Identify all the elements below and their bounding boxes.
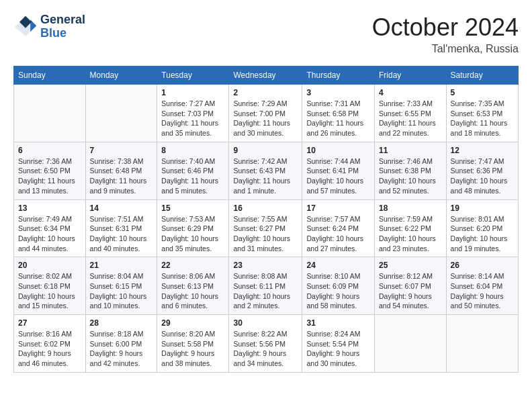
day-info: Sunrise: 8:16 AMSunset: 6:02 PMDaylight:… xyxy=(18,329,81,369)
calendar-cell: 3Sunrise: 7:31 AMSunset: 6:58 PMDaylight… xyxy=(302,85,375,142)
day-info: Sunrise: 8:14 AMSunset: 6:04 PMDaylight:… xyxy=(451,271,514,311)
calendar-cell: 1Sunrise: 7:27 AMSunset: 7:03 PMDaylight… xyxy=(157,85,229,142)
day-number: 21 xyxy=(90,261,153,270)
calendar: SundayMondayTuesdayWednesdayThursdayFrid… xyxy=(13,66,519,373)
day-number: 15 xyxy=(161,203,224,213)
title-block: October 2024 Tal'menka, Russia xyxy=(372,13,519,55)
day-info: Sunrise: 8:12 AMSunset: 6:07 PMDaylight:… xyxy=(379,271,442,311)
calendar-header: SundayMondayTuesdayWednesdayThursdayFrid… xyxy=(14,66,519,85)
day-number: 28 xyxy=(90,318,153,328)
weekday-header-friday: Friday xyxy=(375,66,447,85)
calendar-cell: 27Sunrise: 8:16 AMSunset: 6:02 PMDayligh… xyxy=(14,315,86,373)
day-number: 6 xyxy=(18,146,81,155)
day-info: Sunrise: 7:47 AMSunset: 6:36 PMDaylight:… xyxy=(451,156,514,196)
weekday-header-monday: Monday xyxy=(85,66,157,85)
day-number: 2 xyxy=(233,88,298,97)
day-info: Sunrise: 7:27 AMSunset: 7:03 PMDaylight:… xyxy=(161,99,224,138)
week-row-3: 13Sunrise: 7:49 AMSunset: 6:34 PMDayligh… xyxy=(14,199,519,257)
day-info: Sunrise: 7:36 AMSunset: 6:50 PMDaylight:… xyxy=(18,156,81,196)
day-info: Sunrise: 7:59 AMSunset: 6:22 PMDaylight:… xyxy=(379,214,442,254)
day-number: 26 xyxy=(451,261,514,270)
calendar-cell: 11Sunrise: 7:46 AMSunset: 6:38 PMDayligh… xyxy=(375,142,447,199)
location-title: Tal'menka, Russia xyxy=(372,43,519,55)
weekday-header-wednesday: Wednesday xyxy=(229,66,302,85)
day-info: Sunrise: 7:35 AMSunset: 6:53 PMDaylight:… xyxy=(451,99,514,138)
day-info: Sunrise: 7:53 AMSunset: 6:29 PMDaylight:… xyxy=(161,214,224,254)
calendar-cell: 26Sunrise: 8:14 AMSunset: 6:04 PMDayligh… xyxy=(446,257,518,315)
day-number: 14 xyxy=(90,203,153,213)
weekday-header-saturday: Saturday xyxy=(446,66,518,85)
day-number: 16 xyxy=(233,203,298,213)
calendar-cell xyxy=(375,315,447,373)
page-header: General Blue October 2024 Tal'menka, Rus… xyxy=(13,13,519,55)
calendar-cell: 30Sunrise: 8:22 AMSunset: 5:56 PMDayligh… xyxy=(229,315,302,373)
calendar-cell: 4Sunrise: 7:33 AMSunset: 6:55 PMDaylight… xyxy=(375,85,447,142)
day-number: 22 xyxy=(161,261,224,270)
day-info: Sunrise: 8:24 AMSunset: 5:54 PMDaylight:… xyxy=(306,329,370,369)
day-number: 17 xyxy=(306,203,370,213)
weekday-header-tuesday: Tuesday xyxy=(157,66,229,85)
day-info: Sunrise: 7:44 AMSunset: 6:41 PMDaylight:… xyxy=(306,156,370,196)
calendar-cell: 29Sunrise: 8:20 AMSunset: 5:58 PMDayligh… xyxy=(157,315,229,373)
logo-line1: General xyxy=(40,13,85,27)
day-number: 3 xyxy=(306,88,370,97)
day-info: Sunrise: 8:06 AMSunset: 6:13 PMDaylight:… xyxy=(161,271,224,311)
day-number: 29 xyxy=(161,318,224,328)
day-info: Sunrise: 7:38 AMSunset: 6:48 PMDaylight:… xyxy=(90,156,153,196)
day-number: 31 xyxy=(306,318,370,328)
calendar-cell: 22Sunrise: 8:06 AMSunset: 6:13 PMDayligh… xyxy=(157,257,229,315)
logo-text: General Blue xyxy=(40,13,85,40)
calendar-cell xyxy=(14,85,86,142)
logo: General Blue xyxy=(13,13,85,40)
day-number: 30 xyxy=(233,318,298,328)
weekday-header-row: SundayMondayTuesdayWednesdayThursdayFrid… xyxy=(14,66,519,85)
calendar-cell: 15Sunrise: 7:53 AMSunset: 6:29 PMDayligh… xyxy=(157,199,229,257)
day-info: Sunrise: 8:04 AMSunset: 6:15 PMDaylight:… xyxy=(90,271,153,311)
calendar-cell: 2Sunrise: 7:29 AMSunset: 7:00 PMDaylight… xyxy=(229,85,302,142)
day-info: Sunrise: 8:01 AMSunset: 6:20 PMDaylight:… xyxy=(451,214,514,254)
day-number: 10 xyxy=(306,146,370,155)
day-number: 27 xyxy=(18,318,81,328)
calendar-cell: 17Sunrise: 7:57 AMSunset: 6:24 PMDayligh… xyxy=(302,199,375,257)
calendar-cell: 24Sunrise: 8:10 AMSunset: 6:09 PMDayligh… xyxy=(302,257,375,315)
day-number: 5 xyxy=(451,88,514,97)
day-number: 9 xyxy=(233,146,298,155)
day-info: Sunrise: 8:22 AMSunset: 5:56 PMDaylight:… xyxy=(233,329,298,369)
week-row-4: 20Sunrise: 8:02 AMSunset: 6:18 PMDayligh… xyxy=(14,257,519,315)
calendar-cell: 31Sunrise: 8:24 AMSunset: 5:54 PMDayligh… xyxy=(302,315,375,373)
week-row-1: 1Sunrise: 7:27 AMSunset: 7:03 PMDaylight… xyxy=(14,85,519,142)
day-number: 18 xyxy=(379,203,442,213)
calendar-cell: 21Sunrise: 8:04 AMSunset: 6:15 PMDayligh… xyxy=(85,257,157,315)
calendar-cell: 13Sunrise: 7:49 AMSunset: 6:34 PMDayligh… xyxy=(14,199,86,257)
day-info: Sunrise: 8:02 AMSunset: 6:18 PMDaylight:… xyxy=(18,271,81,311)
weekday-header-sunday: Sunday xyxy=(14,66,86,85)
day-number: 11 xyxy=(379,146,442,155)
day-number: 12 xyxy=(451,146,514,155)
day-info: Sunrise: 8:08 AMSunset: 6:11 PMDaylight:… xyxy=(233,271,298,311)
logo-line2: Blue xyxy=(40,27,85,40)
calendar-cell: 28Sunrise: 8:18 AMSunset: 6:00 PMDayligh… xyxy=(85,315,157,373)
week-row-5: 27Sunrise: 8:16 AMSunset: 6:02 PMDayligh… xyxy=(14,315,519,373)
calendar-cell: 23Sunrise: 8:08 AMSunset: 6:11 PMDayligh… xyxy=(229,257,302,315)
day-info: Sunrise: 8:10 AMSunset: 6:09 PMDaylight:… xyxy=(306,271,370,311)
day-info: Sunrise: 7:40 AMSunset: 6:46 PMDaylight:… xyxy=(161,156,224,196)
calendar-cell xyxy=(85,85,157,142)
day-info: Sunrise: 7:29 AMSunset: 7:00 PMDaylight:… xyxy=(233,99,298,138)
day-info: Sunrise: 8:18 AMSunset: 6:00 PMDaylight:… xyxy=(90,329,153,369)
day-number: 13 xyxy=(18,203,81,213)
calendar-cell: 19Sunrise: 8:01 AMSunset: 6:20 PMDayligh… xyxy=(446,199,518,257)
day-info: Sunrise: 7:33 AMSunset: 6:55 PMDaylight:… xyxy=(379,99,442,138)
calendar-cell: 12Sunrise: 7:47 AMSunset: 6:36 PMDayligh… xyxy=(446,142,518,199)
day-number: 4 xyxy=(379,88,442,97)
calendar-cell: 8Sunrise: 7:40 AMSunset: 6:46 PMDaylight… xyxy=(157,142,229,199)
calendar-cell: 18Sunrise: 7:59 AMSunset: 6:22 PMDayligh… xyxy=(375,199,447,257)
calendar-cell: 7Sunrise: 7:38 AMSunset: 6:48 PMDaylight… xyxy=(85,142,157,199)
week-row-2: 6Sunrise: 7:36 AMSunset: 6:50 PMDaylight… xyxy=(14,142,519,199)
calendar-cell: 9Sunrise: 7:42 AMSunset: 6:43 PMDaylight… xyxy=(229,142,302,199)
day-number: 25 xyxy=(379,261,442,270)
calendar-body: 1Sunrise: 7:27 AMSunset: 7:03 PMDaylight… xyxy=(14,85,519,373)
day-info: Sunrise: 7:42 AMSunset: 6:43 PMDaylight:… xyxy=(233,156,298,196)
day-info: Sunrise: 7:51 AMSunset: 6:31 PMDaylight:… xyxy=(90,214,153,254)
day-number: 7 xyxy=(90,146,153,155)
calendar-cell: 6Sunrise: 7:36 AMSunset: 6:50 PMDaylight… xyxy=(14,142,86,199)
